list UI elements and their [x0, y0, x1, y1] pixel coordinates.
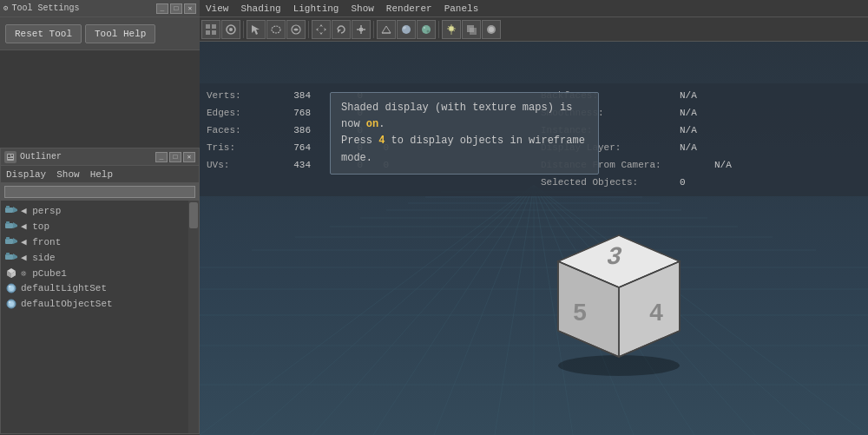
menu-panels[interactable]: Panels	[442, 3, 482, 14]
stat-tris-label: Tris:	[207, 142, 276, 153]
outliner-scrollbar[interactable]	[188, 201, 199, 433]
outliner-help-menu[interactable]: Help	[89, 169, 115, 180]
svg-rect-2	[11, 155, 13, 156]
menu-lighting[interactable]: Lighting	[291, 3, 342, 14]
outliner-scrollbar-thumb[interactable]	[189, 202, 198, 228]
tooltip-line1-highlight: on	[366, 118, 378, 130]
outliner-search-bar	[1, 183, 199, 201]
stat-uvs-val1: 434	[276, 160, 319, 170]
tool-help-button[interactable]: Tool Help	[85, 24, 155, 43]
minimize-button[interactable]: _	[156, 3, 168, 14]
svg-point-49	[427, 30, 430, 32]
stat-uvs-label: UVs:	[207, 160, 276, 170]
lightset-icon	[4, 282, 18, 294]
camera-select-btn[interactable]	[201, 20, 220, 39]
cube-icon	[4, 267, 18, 279]
wireframe-btn[interactable]	[377, 20, 396, 39]
outliner-panel-icon	[4, 151, 16, 163]
view-fit-btn[interactable]	[221, 20, 240, 39]
reset-tool-button[interactable]: Reset Tool	[5, 24, 82, 43]
main-menubar: View Shading Lighting Show Renderer Pane…	[200, 0, 868, 17]
outliner-list: ◀ persp ◀ top	[1, 201, 199, 313]
outliner-show-menu[interactable]: Show	[55, 169, 81, 180]
outliner-item-persp[interactable]: ◀ persp	[1, 202, 199, 218]
camera-icon	[4, 204, 18, 216]
stat-distcamera-val: N/A	[714, 160, 732, 170]
rotate-btn[interactable]	[332, 20, 351, 39]
stat-faces-val1: 386	[276, 125, 319, 135]
scale-btn[interactable]	[352, 20, 371, 39]
stat-selectedobjects: Selected Objects: 0	[541, 174, 861, 191]
stat-faces-label: Faces:	[207, 125, 276, 135]
menu-show[interactable]: Show	[348, 3, 376, 14]
close-button[interactable]: ✕	[184, 3, 196, 14]
svg-point-89	[558, 355, 680, 376]
tooltip-line2-before: Press	[341, 135, 378, 147]
outliner-maximize-button[interactable]: □	[169, 152, 181, 162]
svg-point-31	[229, 28, 233, 31]
stat-backfaces-val: N/A	[680, 90, 697, 101]
transform-toolbar-group	[312, 20, 371, 39]
shading-tooltip: Shaded display (with texture maps) is no…	[330, 92, 599, 175]
outliner-minimize-button[interactable]: _	[155, 152, 168, 162]
camera-icon	[4, 251, 18, 263]
tool-settings-title: Tool Settings	[11, 3, 156, 13]
shading-toolbar-group	[377, 20, 436, 39]
stat-edges-val1: 768	[276, 108, 319, 118]
tool-settings-bar: ⚙ Tool Settings _ □ ✕	[0, 0, 200, 17]
svg-marker-36	[316, 28, 326, 31]
lasso-btn[interactable]	[266, 20, 286, 39]
outliner-item-defaultlightset[interactable]: defaultLightSet	[1, 280, 199, 296]
cube-3d-object[interactable]: 3 5 4	[515, 192, 706, 383]
stat-verts-label: Verts:	[207, 90, 276, 101]
tool-settings-controls: _ □ ✕	[156, 3, 196, 14]
outliner-item-top[interactable]: ◀ top	[1, 218, 199, 234]
outliner-close-button[interactable]: ✕	[183, 152, 195, 162]
viewport-3d[interactable]: 3 5 4	[200, 42, 868, 435]
light-btn[interactable]	[442, 20, 461, 39]
svg-point-33	[272, 26, 280, 33]
stat-instance-val: N/A	[680, 125, 697, 135]
objectset-icon	[4, 298, 18, 310]
paint-select-btn[interactable]	[286, 20, 306, 39]
svg-rect-29	[212, 30, 216, 35]
outliner-search-input[interactable]	[4, 186, 195, 198]
shadow-btn[interactable]	[462, 20, 481, 39]
svg-point-25	[9, 301, 10, 303]
tool-settings-icon: ⚙	[3, 3, 8, 13]
svg-rect-38	[359, 28, 363, 31]
maximize-button[interactable]: □	[170, 3, 182, 14]
outliner-item-side[interactable]: ◀ side	[1, 249, 199, 265]
tooltip-line1-after: .	[378, 118, 385, 130]
ambient-occlusion-btn[interactable]	[482, 20, 501, 39]
outliner-label-pcube1: ❊ pCube1	[21, 267, 67, 279]
render-toolbar-group	[442, 20, 501, 39]
outliner-menubar: Display Show Help	[1, 166, 199, 183]
svg-point-47	[422, 25, 431, 34]
outliner-scroll-area: ◀ persp ◀ top	[1, 201, 199, 433]
toolbar-sep-4	[438, 21, 439, 38]
toolbar-sep-2	[308, 21, 309, 38]
svg-rect-28	[206, 30, 210, 35]
svg-rect-6	[6, 206, 10, 208]
outliner-label-defaultlightset: defaultLightSet	[21, 283, 107, 293]
menu-renderer[interactable]: Renderer	[384, 3, 435, 14]
select-toolbar-group	[247, 20, 306, 39]
outliner-item-defaultobjectset[interactable]: defaultObjectSet	[1, 296, 199, 312]
move-btn[interactable]	[312, 20, 331, 39]
outliner-panel: Outliner _ □ ✕ Display Show Help	[0, 148, 200, 434]
select-btn[interactable]	[247, 20, 266, 39]
smooth-shading-btn[interactable]	[397, 20, 416, 39]
main-viewport: View Shading Lighting Show Renderer Pane…	[200, 0, 868, 435]
menu-shading[interactable]: Shading	[238, 3, 283, 14]
stat-tris-val1: 764	[276, 142, 319, 153]
menu-view[interactable]: View	[203, 3, 231, 14]
stat-verts-val1: 384	[276, 90, 319, 101]
outliner-label-side: ◀ side	[21, 252, 56, 263]
outliner-item-pcube1[interactable]: ❊ pCube1	[1, 265, 199, 280]
outliner-item-front[interactable]: ◀ front	[1, 234, 199, 249]
outliner-label-defaultobjectset: defaultObjectSet	[21, 299, 113, 309]
outliner-display-menu[interactable]: Display	[4, 169, 48, 180]
svg-rect-12	[6, 237, 10, 240]
textured-btn[interactable]	[417, 20, 436, 39]
